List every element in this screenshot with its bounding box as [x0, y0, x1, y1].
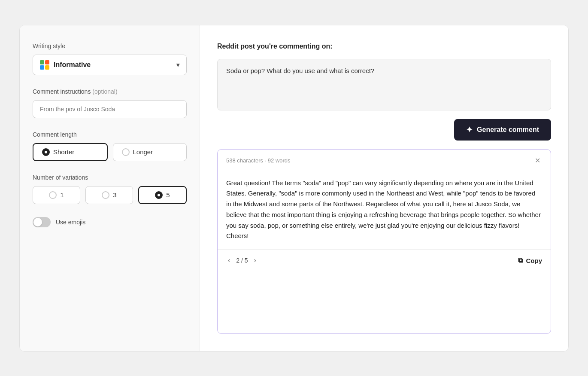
pagination-current: 2 / 5	[236, 257, 248, 264]
svg-rect-1	[45, 60, 49, 64]
dropdown-select-left: Informative	[40, 60, 91, 70]
svg-rect-3	[45, 65, 49, 70]
length-label-shorter: Shorter	[53, 148, 74, 156]
radio-circle-shorter	[42, 148, 50, 156]
sparkle-icon: ✦	[466, 125, 473, 135]
reddit-post-label: Reddit post you're commenting on:	[217, 43, 551, 50]
length-option-longer[interactable]: Longer	[113, 143, 187, 161]
close-result-button[interactable]: ✕	[533, 156, 542, 165]
radio-circle-3	[102, 191, 109, 199]
variation-option-3[interactable]: 3	[85, 186, 133, 204]
use-emojis-label: Use emojis	[56, 219, 85, 226]
main-container: Writing style Informative ▾	[19, 25, 569, 352]
comment-length-label: Comment length	[33, 131, 187, 138]
result-footer: ‹ 2 / 5 › ⧉ Copy	[218, 249, 551, 271]
result-card-header: 538 characters · 92 words ✕	[218, 150, 551, 170]
pagination: ‹ 2 / 5 ›	[226, 256, 258, 265]
svg-rect-0	[40, 60, 44, 64]
variations-label: Number of variations	[33, 174, 187, 181]
variation-label-1: 1	[60, 191, 64, 199]
writing-style-select[interactable]: Informative ▾	[33, 55, 187, 75]
variation-option-5[interactable]: 5	[138, 186, 187, 204]
left-panel: Writing style Informative ▾	[20, 25, 200, 351]
length-option-shorter[interactable]: Shorter	[33, 143, 108, 161]
generate-btn-row: ✦ Generate comment	[217, 119, 551, 141]
right-panel: Reddit post you're commenting on: Soda o…	[200, 25, 568, 351]
toggle-knob	[33, 218, 42, 226]
result-meta: 538 characters · 92 words	[226, 157, 291, 164]
use-emojis-toggle[interactable]	[33, 217, 51, 227]
pagination-next-button[interactable]: ›	[252, 256, 258, 265]
comment-instructions-input[interactable]	[33, 100, 187, 118]
copy-label: Copy	[526, 257, 543, 264]
chevron-down-icon: ▾	[176, 61, 179, 68]
informative-icon	[40, 60, 49, 70]
selected-style-label: Informative	[54, 61, 91, 69]
use-emojis-row: Use emojis	[33, 217, 187, 227]
variation-option-1[interactable]: 1	[33, 186, 80, 204]
radio-circle-1	[49, 191, 57, 199]
radio-circle-longer	[122, 148, 130, 156]
radio-circle-5	[155, 191, 163, 199]
pagination-prev-button[interactable]: ‹	[226, 256, 232, 265]
length-label-longer: Longer	[133, 148, 153, 156]
copy-button[interactable]: ⧉ Copy	[518, 257, 543, 264]
writing-style-label: Writing style	[33, 43, 187, 49]
writing-style-dropdown[interactable]: Informative ▾	[33, 55, 187, 75]
length-options: Shorter Longer	[33, 143, 187, 161]
variation-label-5: 5	[166, 191, 170, 199]
variation-label-3: 3	[113, 191, 116, 199]
comment-instructions-label: Comment instructions (optional)	[33, 88, 187, 95]
reddit-post-input[interactable]: Soda or pop? What do you use and what is…	[217, 59, 551, 110]
copy-icon: ⧉	[518, 257, 523, 264]
result-text: Great question! The terms "soda" and "po…	[218, 170, 551, 250]
generate-btn-label: Generate comment	[477, 126, 539, 134]
svg-rect-2	[40, 65, 44, 70]
generate-comment-button[interactable]: ✦ Generate comment	[454, 119, 551, 141]
result-card: 538 characters · 92 words ✕ Great questi…	[217, 149, 551, 334]
variations-options: 1 3 5	[33, 186, 187, 204]
